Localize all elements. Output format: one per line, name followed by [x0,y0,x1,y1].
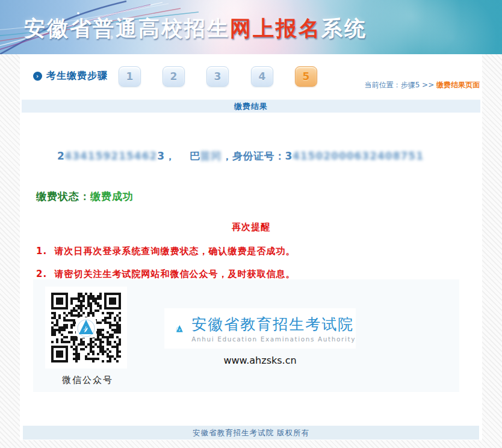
payment-status-value: 缴费成功 [90,190,134,202]
qr-label: 微信公众号 [62,375,113,386]
footer-copyright: 安徽省教育招生考试院 版权所有 [23,426,479,440]
org-name-cn: 安徽省教育招生考试院 [191,314,356,334]
step-box-5-active[interactable]: 5 [295,66,317,87]
contact-panel: 微信公众号 安徽省教育招生考试院 Anhui Education Examina… [33,279,459,392]
candidate-id-end: 3， [157,150,175,162]
candidate-name: 巴 [190,150,200,162]
idcard-start: 3 [285,150,293,162]
org-logo-icon [175,313,184,345]
candidate-info: 24341592154623， 巴苗冈，身份证号：341502000632408… [57,149,424,163]
content-panel: › 考生缴费步骤 1 2 3 4 5 当前位置：步骤5 >> 缴费结果页面 缴费… [20,54,482,440]
reminder-title: 再次提醒 [20,222,482,233]
org-logo-box: 安徽省教育招生考试院 Anhui Education Examinations … [164,308,356,349]
candidate-name-redacted: 苗冈 [200,150,222,162]
idcard-label: ，身份证号： [222,150,285,162]
steps-label-text: 考生缴费步骤 [46,70,108,82]
org-name-en: Anhui Education Examinations Authority [191,335,356,343]
payment-status: 缴费状态：缴费成功 [36,190,134,204]
breadcrumb: 当前位置：步骤5 >> 缴费结果页面 [365,80,480,90]
info-gap [175,150,190,162]
section-title-bar: 缴费结果 [22,99,480,113]
step-box-1[interactable]: 1 [119,66,141,87]
steps-label: › 考生缴费步骤 [33,70,108,82]
website-url: www.ahzsks.cn [164,355,356,366]
qr-code [45,287,127,369]
org-text: 安徽省教育招生考试院 Anhui Education Examinations … [191,314,356,343]
banner: 安徽省普通高校招生网上报名系统 [0,0,502,54]
step-box-4[interactable]: 4 [251,66,273,87]
candidate-id-start: 2 [57,150,64,162]
reminder-item-2: 2. 请密切关注生考试院网站和微信公众号，及时获取信息。 [36,269,296,280]
step-box-2[interactable]: 2 [163,66,185,87]
page-title-part2: 系统 [321,16,367,40]
reminder-item-1: 1. 请次日再次登录系统查询缴费状态，确认缴费是否成功。 [36,246,296,257]
arrow-circle-icon: › [33,72,42,81]
payment-status-label: 缴费状态： [36,190,90,202]
breadcrumb-prefix: 当前位置：步骤5 >> [365,81,436,89]
candidate-id-redacted: 434159215462 [64,150,157,162]
page-title-red: 网上报名 [230,16,321,40]
idcard-redacted: 41502000632408751 [293,150,424,162]
breadcrumb-current-link[interactable]: 缴费结果页面 [436,81,480,89]
page-title-part1: 安徽省普通高校招生 [24,16,230,40]
step-box-3[interactable]: 3 [206,66,229,87]
page-title: 安徽省普通高校招生网上报名系统 [24,14,367,43]
